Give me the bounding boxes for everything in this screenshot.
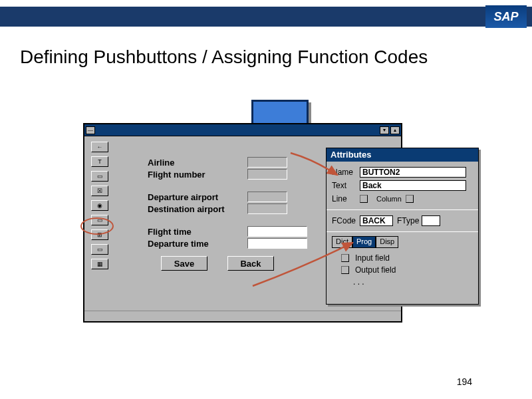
input-depairport[interactable] xyxy=(247,192,287,202)
attr-line-checkbox[interactable] xyxy=(360,195,368,203)
cb-input-field[interactable] xyxy=(341,254,349,262)
page-number: 194 xyxy=(457,376,472,387)
tab-prog[interactable]: Prog xyxy=(352,236,376,248)
min-icon[interactable]: ▾ xyxy=(380,126,389,134)
tool-table-icon[interactable]: ▦ xyxy=(91,259,108,269)
label-airline: Airline xyxy=(148,158,247,168)
tool-text-icon[interactable]: T xyxy=(91,156,108,167)
page-title: Defining Pushbuttons / Assigning Functio… xyxy=(20,47,428,68)
tab-dict[interactable]: Dict xyxy=(332,236,352,248)
attr-name-field[interactable]: BUTTON2 xyxy=(360,167,466,178)
label-destairport: Destination airport xyxy=(148,204,247,214)
form-area: Airline Flight number Departure airport … xyxy=(148,156,307,271)
tool-pointer-icon[interactable]: ← xyxy=(91,142,108,152)
input-flighttime[interactable] xyxy=(247,226,307,237)
attributes-title: Attributes xyxy=(327,148,478,162)
titlebar: — ▾ ▴ xyxy=(84,124,401,136)
label-depairport: Departure airport xyxy=(148,192,247,202)
attributes-panel: Attributes Name BUTTON2 Text Back Line C… xyxy=(326,148,479,305)
label-flighttime: Flight time xyxy=(148,227,247,237)
tool-box-icon[interactable]: ▭ xyxy=(91,244,108,255)
attr-fcode-field[interactable]: BACK xyxy=(360,215,393,226)
attr-label-name: Name xyxy=(332,168,360,177)
statusbar xyxy=(84,311,401,321)
input-destairport[interactable] xyxy=(247,203,287,214)
sysmenu-icon[interactable]: — xyxy=(86,126,95,134)
attr-tabs: Dict Prog Disp xyxy=(332,236,473,248)
max-icon[interactable]: ▴ xyxy=(390,126,400,134)
attr-column-checkbox[interactable] xyxy=(406,195,414,203)
opt-more: . . . xyxy=(353,277,364,287)
save-button[interactable]: Save xyxy=(161,256,207,271)
tab-disp[interactable]: Disp xyxy=(376,236,398,248)
input-deptime[interactable] xyxy=(247,238,307,249)
back-button[interactable]: Back xyxy=(227,256,274,271)
label-flightnum: Flight number xyxy=(148,170,247,180)
tool-checkbox-icon[interactable]: ☒ xyxy=(91,186,108,196)
tool-tabstrip-icon[interactable]: ⊞ xyxy=(91,229,108,240)
attr-label-fcode: FCode xyxy=(332,216,360,225)
element-toolbar: ← T ▭ ☒ ◉ ▭ ⊞ ▭ ▦ xyxy=(91,142,108,269)
attr-text-field[interactable]: Back xyxy=(360,180,466,191)
tool-radio-icon[interactable]: ◉ xyxy=(91,200,108,211)
tool-frame-icon[interactable]: ▭ xyxy=(91,171,108,182)
input-airline[interactable] xyxy=(247,157,287,168)
attr-label-text: Text xyxy=(332,181,360,190)
cb-output-field[interactable] xyxy=(341,266,349,274)
attr-label-column: Column xyxy=(376,195,402,203)
attr-ftype-field[interactable] xyxy=(422,215,440,226)
attr-label-line: Line xyxy=(332,194,360,203)
sap-logo: SAP xyxy=(485,5,527,28)
input-flightnum[interactable] xyxy=(247,169,287,180)
attr-label-ftype: FType xyxy=(397,216,419,225)
tool-pushbutton-icon[interactable]: ▭ xyxy=(91,215,108,225)
top-band xyxy=(0,7,532,27)
opt-input-field: Input field xyxy=(355,253,390,263)
label-deptime: Departure time xyxy=(148,239,247,249)
opt-output-field: Output field xyxy=(355,265,396,275)
